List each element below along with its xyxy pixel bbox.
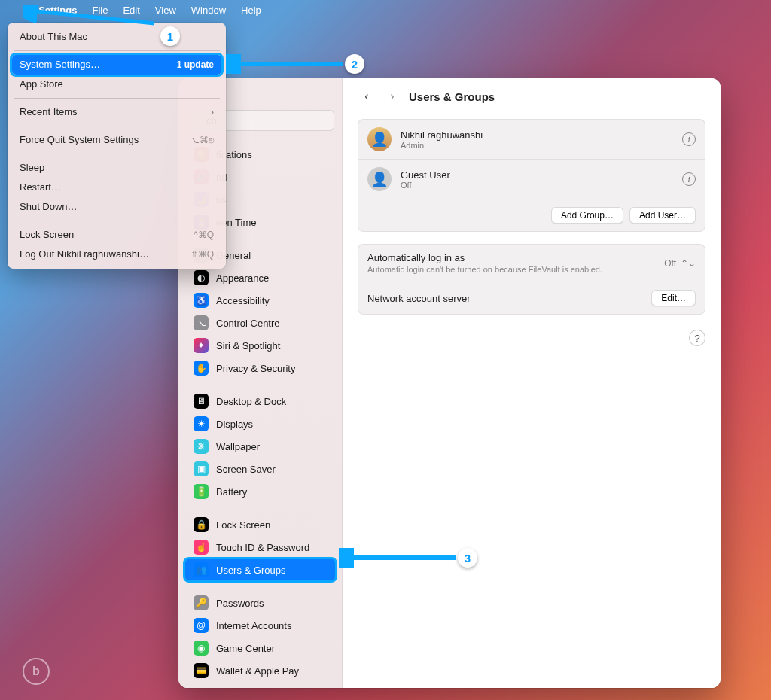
sidebar-item-siri-spotlight[interactable]: ✦Siri & Spotlight xyxy=(184,334,336,357)
sidebar-item-battery[interactable]: 🔋Battery xyxy=(184,480,336,503)
sidebar-icon: 👥 xyxy=(194,562,209,577)
content-header: ‹ › Users & Groups xyxy=(358,87,705,119)
sidebar-item-label: Wallpaper xyxy=(216,441,260,452)
menu-system-settings[interactable]: System Settings… 1 update xyxy=(12,55,221,75)
sidebar-icon: ◉ xyxy=(194,641,209,656)
menu-lock-screen[interactable]: Lock Screen ^⌘Q xyxy=(12,225,221,245)
menu-help[interactable]: Help xyxy=(241,5,261,16)
sidebar-icon: 🔑 xyxy=(194,595,209,610)
sidebar-icon: ☀ xyxy=(194,416,209,431)
annotation-arrow-1 xyxy=(23,5,158,27)
menu-separator xyxy=(14,154,220,154)
sidebar-item-label: Siri & Spotlight xyxy=(216,340,280,352)
forward-button[interactable]: › xyxy=(383,87,401,105)
sidebar-icon: 💳 xyxy=(194,663,209,678)
info-icon[interactable]: i xyxy=(682,172,696,186)
menu-about-this-mac[interactable]: About This Mac xyxy=(12,27,221,47)
back-button[interactable]: ‹ xyxy=(358,87,376,105)
menu-separator xyxy=(14,221,220,221)
sidebar-item-displays[interactable]: ☀Displays xyxy=(184,412,336,435)
sidebar-item-label: Internet Accounts xyxy=(216,620,291,632)
menu-window[interactable]: Window xyxy=(191,5,226,16)
menu-separator xyxy=(14,126,220,126)
sidebar-item-label: Touch ID & Password xyxy=(216,542,309,553)
users-pane: 👤 Nikhil raghuwanshi Admin i 👤 Guest Use… xyxy=(358,119,705,232)
annotation-3: 3 xyxy=(458,548,477,568)
sidebar-item-label: Control Centre xyxy=(216,318,280,329)
sidebar-item-desktop-dock[interactable]: 🖥Desktop & Dock xyxy=(184,390,336,412)
sidebar-item-label: Accessibility xyxy=(216,295,270,306)
info-icon[interactable]: i xyxy=(682,132,696,146)
user-row[interactable]: 👤 Nikhil raghuwanshi Admin i xyxy=(358,120,705,160)
user-row[interactable]: 👤 Guest User Off i xyxy=(358,160,705,199)
sidebar-item-touch-id-password[interactable]: ☝Touch ID & Password xyxy=(184,536,336,558)
add-user-button[interactable]: Add User… xyxy=(629,207,696,224)
menu-app-store[interactable]: App Store xyxy=(12,75,221,94)
content-area: ‹ › Users & Groups 👤 Nikhil raghuwanshi … xyxy=(343,78,721,688)
sidebar-item-appearance[interactable]: ◐Appearance xyxy=(184,266,336,289)
sidebar-item-screen-saver[interactable]: ▣Screen Saver xyxy=(184,458,336,480)
sidebar-icon: 🔒 xyxy=(194,517,209,532)
menu-separator xyxy=(14,50,220,51)
sidebar-icon: @ xyxy=(194,618,209,633)
sidebar-icon: ☝ xyxy=(194,540,209,555)
chevron-right-icon: › xyxy=(211,105,214,119)
network-server-row: Network account server Edit… xyxy=(358,282,705,314)
sidebar-item-control-centre[interactable]: ⌥Control Centre xyxy=(184,312,336,334)
menu-sleep[interactable]: Sleep xyxy=(12,158,221,178)
add-group-button[interactable]: Add Group… xyxy=(551,207,623,224)
avatar: 👤 xyxy=(367,127,392,151)
menu-shutdown[interactable]: Shut Down… xyxy=(12,197,221,217)
annotation-arrow-2 xyxy=(226,54,346,74)
svg-line-0 xyxy=(30,11,154,23)
system-settings-window: 🔔fications🔊nd🌙us⏳een Time ⚙General◐Appea… xyxy=(178,78,721,688)
sidebar-item-label: Passwords xyxy=(216,598,264,609)
sidebar-item-privacy-security[interactable]: ✋Privacy & Security xyxy=(184,357,336,379)
login-pane: Automatically log in as Automatic login … xyxy=(358,244,705,315)
sidebar-item-label: Privacy & Security xyxy=(216,363,295,374)
sidebar-icon: ❋ xyxy=(194,439,209,454)
sidebar-icon: ▣ xyxy=(194,461,209,476)
annotation-1: 1 xyxy=(160,26,180,46)
sidebar-icon: ✋ xyxy=(194,361,209,376)
sidebar-item-label: Users & Groups xyxy=(216,565,285,576)
sidebar-item-passwords[interactable]: 🔑Passwords xyxy=(184,592,336,614)
help-button[interactable]: ? xyxy=(689,330,705,346)
sidebar-icon: ♿ xyxy=(194,293,209,308)
sidebar-item-label: Displays xyxy=(216,418,253,430)
sidebar-item-label: Wallet & Apple Pay xyxy=(216,665,299,677)
watermark-icon: b xyxy=(23,658,50,685)
sidebar-item-label: Appearance xyxy=(216,272,269,284)
menu-recent-items[interactable]: Recent Items › xyxy=(12,102,221,122)
menu-force-quit[interactable]: Force Quit System Settings ⌥⌘⎋ xyxy=(12,130,221,150)
sidebar-icon: 🖥 xyxy=(194,394,209,409)
sidebar-item-accessibility[interactable]: ♿Accessibility xyxy=(184,289,336,312)
menu-separator xyxy=(14,98,220,99)
updown-icon: ⌃⌄ xyxy=(681,258,696,269)
annotation-arrow-3 xyxy=(339,548,459,568)
sidebar-item-label: Battery xyxy=(216,486,247,498)
sidebar-item-wallpaper[interactable]: ❋Wallpaper xyxy=(184,435,336,458)
menu-view[interactable]: View xyxy=(155,5,176,16)
sidebar-item-label: Lock Screen xyxy=(216,519,270,531)
sidebar-item-label: Screen Saver xyxy=(216,464,276,475)
sidebar-item-game-center[interactable]: ◉Game Center xyxy=(184,637,336,659)
sidebar-item-label: Game Center xyxy=(216,643,275,654)
sidebar-icon: ⌥ xyxy=(194,315,209,330)
annotation-2: 2 xyxy=(345,54,364,74)
sidebar-icon: ◐ xyxy=(194,270,209,285)
page-title: Users & Groups xyxy=(409,90,495,103)
sidebar-item-users-groups[interactable]: 👥Users & Groups xyxy=(184,558,336,581)
sidebar-icon: 🔋 xyxy=(194,484,209,499)
edit-button[interactable]: Edit… xyxy=(651,290,696,306)
menu-log-out[interactable]: Log Out Nikhil raghuwanshi… ⇧⌘Q xyxy=(12,245,221,264)
sidebar-item-lock-screen[interactable]: 🔒Lock Screen xyxy=(184,513,336,536)
auto-login-row[interactable]: Automatically log in as Automatic login … xyxy=(358,245,705,282)
sidebar-icon: ✦ xyxy=(194,338,209,353)
avatar: 👤 xyxy=(367,167,392,191)
sidebar-item-wallet-apple-pay[interactable]: 💳Wallet & Apple Pay xyxy=(184,659,336,682)
sidebar-item-internet-accounts[interactable]: @Internet Accounts xyxy=(184,614,336,637)
apple-dropdown-menu: About This Mac System Settings… 1 update… xyxy=(8,23,226,269)
menu-restart[interactable]: Restart… xyxy=(12,178,221,197)
sidebar-item-label: Desktop & Dock xyxy=(216,396,286,407)
